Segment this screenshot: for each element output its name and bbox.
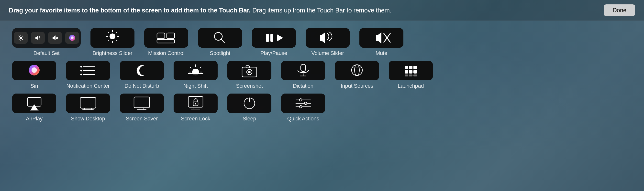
sleep-icon — [228, 94, 272, 113]
screenshot-icon — [228, 61, 272, 80]
launchpad-icon — [389, 61, 433, 80]
svg-rect-82 — [414, 74, 417, 76]
screen-lock-icon — [174, 94, 218, 113]
svg-rect-30 — [252, 28, 296, 48]
svg-rect-77 — [405, 70, 408, 73]
svg-point-0 — [20, 37, 22, 39]
launchpad-label: Launchpad — [398, 83, 424, 89]
airplay-label: AirPlay — [26, 116, 42, 122]
mission-control-label: Mission Control — [148, 50, 184, 56]
item-airplay[interactable]: AirPlay — [12, 94, 56, 122]
item-input-sources[interactable]: Input Sources — [335, 61, 379, 89]
volume-slider-icon — [306, 28, 350, 48]
svg-rect-27 — [198, 28, 242, 48]
default-set-label: Default Set — [34, 50, 60, 56]
quick-actions-icon — [281, 94, 325, 113]
item-quick-actions[interactable]: Quick Actions — [281, 94, 325, 122]
svg-rect-48 — [120, 61, 164, 80]
svg-point-62 — [248, 71, 250, 73]
airplay-icon — [12, 94, 56, 113]
item-siri[interactable]: Siri — [12, 61, 56, 89]
mute-icon — [360, 28, 404, 48]
item-default-set[interactable]: Default Set — [12, 28, 81, 56]
ds-volume-btn — [31, 32, 45, 44]
svg-point-113 — [300, 99, 302, 101]
item-notification-center[interactable]: Notification Center — [66, 61, 110, 89]
default-set-icon — [12, 28, 81, 48]
svg-rect-56 — [188, 73, 203, 77]
siri-icon — [12, 61, 56, 80]
notification-center-label: Notification Center — [66, 83, 110, 89]
svg-rect-76 — [414, 66, 417, 69]
item-volume-slider[interactable]: Volume Slider — [306, 28, 350, 56]
svg-point-14 — [110, 33, 116, 39]
svg-point-115 — [300, 106, 302, 108]
volume-slider-label: Volume Slider — [311, 50, 344, 56]
svg-rect-74 — [405, 66, 408, 69]
input-sources-icon — [335, 61, 379, 80]
svg-line-7 — [22, 36, 23, 37]
item-launchpad[interactable]: Launchpad — [389, 61, 433, 89]
item-night-shift[interactable]: Night Shift — [174, 61, 218, 89]
siri-label: Siri — [30, 83, 38, 89]
svg-point-40 — [32, 67, 37, 73]
item-screen-lock[interactable]: Screen Lock — [174, 94, 218, 122]
quick-actions-label: Quick Actions — [287, 116, 319, 122]
svg-point-101 — [195, 103, 196, 105]
items-area: Default Set — [0, 21, 644, 129]
mute-label: Mute — [376, 50, 387, 56]
done-button[interactable]: Done — [604, 4, 635, 16]
svg-rect-106 — [228, 94, 272, 113]
svg-point-44 — [80, 70, 82, 72]
item-dictation[interactable]: Dictation — [281, 61, 325, 89]
input-sources-label: Input Sources — [340, 83, 373, 89]
svg-rect-34 — [306, 28, 350, 48]
brightness-slider-icon — [90, 28, 134, 48]
show-desktop-icon — [66, 94, 110, 113]
svg-rect-32 — [266, 34, 269, 42]
notification-center-icon — [66, 61, 110, 80]
item-do-not-disturb[interactable]: Do Not Disturb — [120, 61, 164, 89]
screenshot-label: Screenshot — [236, 83, 262, 89]
svg-rect-58 — [228, 61, 272, 80]
svg-point-12 — [71, 36, 74, 39]
svg-rect-79 — [414, 70, 417, 73]
dictation-label: Dictation — [293, 83, 314, 89]
svg-rect-23 — [144, 28, 188, 48]
item-show-desktop[interactable]: Show Desktop — [66, 94, 110, 122]
svg-rect-87 — [66, 94, 110, 113]
ds-brightness-btn — [14, 32, 28, 44]
do-not-disturb-icon — [120, 61, 164, 80]
top-bar: Drag your favorite items to the bottom o… — [0, 0, 644, 21]
dictation-icon — [281, 61, 325, 80]
item-spotlight[interactable]: Spotlight — [198, 28, 242, 56]
svg-point-46 — [80, 74, 82, 75]
mission-control-icon — [144, 28, 188, 48]
spotlight-icon — [198, 28, 242, 48]
items-row-1: Default Set — [12, 28, 632, 56]
brightness-slider-label: Brightness Slider — [93, 50, 132, 56]
svg-line-8 — [19, 39, 20, 40]
items-row-3: AirPlay Show Desktop — [12, 94, 632, 122]
item-mission-control[interactable]: Mission Control — [144, 28, 188, 56]
item-play-pause[interactable]: Play/Pause — [252, 28, 296, 56]
items-row-2: Siri Notification Center — [12, 61, 632, 89]
item-brightness-slider[interactable]: Brightness Slider — [90, 28, 134, 56]
item-sleep[interactable]: Sleep — [228, 94, 272, 122]
show-desktop-label: Show Desktop — [71, 116, 105, 122]
svg-point-114 — [304, 102, 307, 105]
svg-rect-33 — [270, 34, 273, 42]
screen-lock-label: Screen Lock — [181, 116, 210, 122]
item-screenshot[interactable]: Screenshot — [228, 61, 272, 89]
screen-saver-label: Screen Saver — [126, 116, 158, 122]
svg-line-5 — [19, 36, 20, 37]
item-mute[interactable]: Mute — [360, 28, 404, 56]
svg-rect-78 — [409, 70, 412, 73]
instruction-text: Drag your favorite items to the bottom o… — [9, 6, 604, 14]
svg-rect-92 — [120, 94, 164, 113]
svg-rect-63 — [281, 61, 325, 80]
svg-rect-80 — [405, 74, 408, 76]
item-screen-saver[interactable]: Screen Saver — [120, 94, 164, 122]
night-shift-label: Night Shift — [183, 83, 208, 89]
screen-saver-icon — [120, 94, 164, 113]
